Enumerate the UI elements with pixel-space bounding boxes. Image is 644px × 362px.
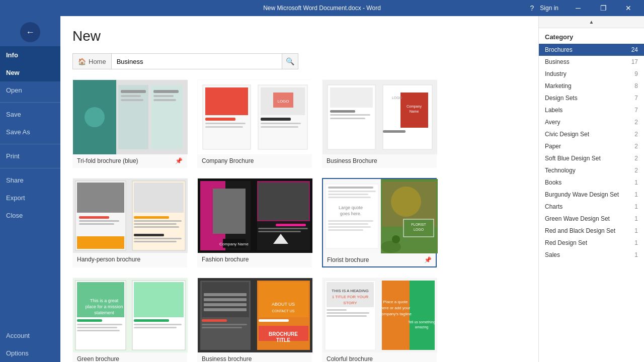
template-card-handy[interactable]: Handy-person brochure bbox=[72, 178, 187, 267]
template-card-fashion[interactable]: Company Name Fashi bbox=[197, 178, 312, 267]
svg-rect-46 bbox=[134, 216, 169, 219]
category-item-designSets[interactable]: Design Sets7 bbox=[539, 92, 644, 104]
svg-text:CONTACT US: CONTACT US bbox=[272, 309, 295, 313]
template-label-trifold: Tri-fold brochure (blue) 📌 bbox=[73, 154, 187, 167]
svg-text:LOGO: LOGO bbox=[392, 96, 403, 100]
svg-rect-10 bbox=[153, 99, 176, 101]
help-icon[interactable]: ? bbox=[530, 4, 534, 12]
category-item-business[interactable]: Business17 bbox=[539, 56, 644, 68]
svg-rect-5 bbox=[121, 95, 141, 97]
svg-rect-127 bbox=[327, 309, 347, 311]
sidebar-item-save[interactable]: Save bbox=[0, 106, 60, 123]
category-item-technology[interactable]: Technology2 bbox=[539, 164, 644, 176]
right-panel: ▲ Category Brochures24Business17Industry… bbox=[538, 16, 644, 362]
category-label: Soft Blue Design Set bbox=[545, 155, 601, 162]
category-item-marketing[interactable]: Marketing8 bbox=[539, 80, 644, 92]
category-label: Marketing bbox=[545, 82, 572, 89]
svg-rect-111 bbox=[202, 327, 242, 328]
sidebar-item-open[interactable]: Open bbox=[0, 81, 60, 99]
svg-text:company's tagline: company's tagline bbox=[379, 312, 412, 316]
sidebar-item-print[interactable]: Print bbox=[0, 147, 60, 165]
svg-rect-21 bbox=[261, 118, 291, 121]
category-item-brochures[interactable]: Brochures24 bbox=[539, 44, 644, 56]
title-bar-title: New Microsoft Word Document.docx - Word bbox=[263, 5, 381, 12]
sidebar-item-new[interactable]: New bbox=[0, 64, 60, 81]
template-card-trifold[interactable]: Tri-fold brochure (blue) 📌 bbox=[72, 79, 187, 168]
category-label: Business bbox=[545, 58, 570, 65]
maximize-button[interactable]: ❐ bbox=[592, 0, 615, 16]
svg-rect-41 bbox=[79, 216, 109, 219]
sign-in-link[interactable]: Sign in bbox=[540, 5, 558, 12]
templates-scroll[interactable]: Tri-fold brochure (blue) 📌 bbox=[72, 79, 530, 362]
minimize-button[interactable]: ─ bbox=[567, 0, 590, 16]
category-item-burgundyWaveDesignSet[interactable]: Burgundy Wave Design Set1 bbox=[539, 189, 644, 201]
svg-rect-16 bbox=[205, 126, 243, 128]
category-count: 2 bbox=[634, 119, 638, 126]
template-card-business[interactable]: Company Name LOGO Business Brochure bbox=[322, 79, 437, 168]
category-count: 1 bbox=[634, 239, 638, 246]
category-item-redDesignSet[interactable]: Red Design Set1 bbox=[539, 237, 644, 249]
template-card-company[interactable]: LOGO Company Brochure bbox=[197, 79, 312, 168]
category-item-civicDesignSet[interactable]: Civic Design Set2 bbox=[539, 128, 644, 140]
sidebar-item-share[interactable]: Share bbox=[0, 171, 60, 189]
svg-rect-49 bbox=[134, 226, 179, 228]
svg-rect-93 bbox=[77, 330, 120, 331]
sidebar-item-save-as[interactable]: Save As bbox=[0, 123, 60, 141]
svg-text:amazing: amazing bbox=[415, 325, 429, 329]
category-item-paper[interactable]: Paper2 bbox=[539, 140, 644, 152]
sidebar-item-info[interactable]: Info bbox=[0, 46, 60, 64]
category-item-softBlueDesignSet[interactable]: Soft Blue Design Set2 bbox=[539, 152, 644, 164]
svg-rect-109 bbox=[202, 319, 227, 322]
category-count: 1 bbox=[634, 191, 638, 198]
back-button[interactable]: ← bbox=[20, 22, 40, 42]
template-card-florist[interactable]: Large quote goes here. bbox=[322, 178, 437, 267]
svg-rect-34 bbox=[383, 130, 406, 133]
category-item-greenWaveDesignSet[interactable]: Green Wave Design Set1 bbox=[539, 213, 644, 225]
svg-text:Company Name: Company Name bbox=[219, 242, 249, 246]
sidebar-item-close[interactable]: Close bbox=[0, 207, 60, 224]
svg-rect-4 bbox=[121, 90, 146, 93]
sidebar-item-account[interactable]: Account bbox=[0, 327, 60, 344]
category-count: 1 bbox=[634, 251, 638, 258]
svg-rect-64 bbox=[258, 228, 308, 229]
category-item-industry[interactable]: Industry9 bbox=[539, 68, 644, 80]
svg-rect-105 bbox=[204, 293, 247, 296]
template-card-orange[interactable]: THIS IS A HEADING 1 TITLE FOR YOUR STORY… bbox=[322, 278, 437, 362]
template-label-florist: Florist brochure 📌 bbox=[323, 253, 436, 266]
home-link[interactable]: 🏠 Home bbox=[72, 53, 111, 69]
svg-rect-51 bbox=[134, 238, 182, 239]
template-label-handy: Handy-person brochure bbox=[73, 253, 187, 266]
svg-rect-52 bbox=[134, 241, 177, 242]
svg-text:Large quote: Large quote bbox=[339, 205, 363, 210]
svg-text:FLORIST: FLORIST bbox=[411, 223, 426, 226]
category-count: 1 bbox=[634, 227, 638, 234]
sidebar: ← Info New Open Save Save As Print Share… bbox=[0, 16, 60, 362]
category-count: 17 bbox=[631, 58, 638, 65]
template-card-keyboard[interactable]: ABOUT US CONTACT US BROCHURE TITLE Busin… bbox=[197, 278, 312, 362]
svg-text:Place a quote: Place a quote bbox=[383, 300, 408, 304]
category-item-avery[interactable]: Avery2 bbox=[539, 116, 644, 128]
svg-rect-3 bbox=[118, 85, 148, 149]
category-count: 7 bbox=[634, 107, 638, 114]
sidebar-item-export[interactable]: Export bbox=[0, 189, 60, 207]
close-button[interactable]: ✕ bbox=[617, 0, 640, 16]
svg-rect-96 bbox=[134, 319, 169, 322]
category-item-charts[interactable]: Charts1 bbox=[539, 201, 644, 213]
svg-rect-65 bbox=[258, 231, 301, 232]
home-icon: 🏠 bbox=[78, 58, 86, 65]
svg-text:LOGO: LOGO bbox=[277, 99, 289, 104]
template-card-green[interactable]: This is a great place for a mission stat… bbox=[72, 278, 187, 362]
scroll-up-button[interactable]: ▲ bbox=[539, 16, 644, 28]
search-button[interactable]: 🔍 bbox=[282, 53, 298, 69]
category-count: 7 bbox=[634, 95, 638, 102]
category-item-redAndBlackDesignSet[interactable]: Red and Black Design Set1 bbox=[539, 225, 644, 237]
search-input[interactable] bbox=[111, 53, 282, 69]
sidebar-item-options[interactable]: Options bbox=[0, 344, 60, 362]
svg-rect-106 bbox=[204, 298, 247, 301]
category-item-books[interactable]: Books1 bbox=[539, 176, 644, 189]
category-scroll[interactable]: Category Brochures24Business17Industry9M… bbox=[539, 28, 644, 362]
svg-rect-98 bbox=[134, 327, 177, 328]
svg-point-2 bbox=[85, 107, 105, 127]
category-item-sales[interactable]: Sales1 bbox=[539, 249, 644, 261]
category-item-labels[interactable]: Labels7 bbox=[539, 104, 644, 116]
